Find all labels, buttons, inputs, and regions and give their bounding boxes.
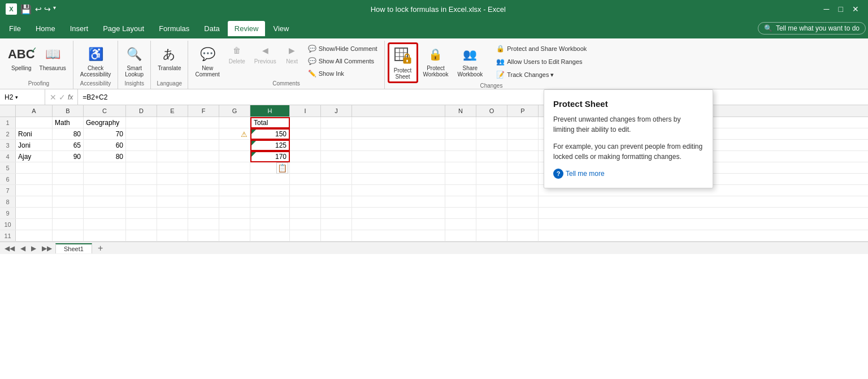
menu-data[interactable]: Data: [197, 21, 226, 36]
cell-d1[interactable]: [126, 117, 157, 128]
row-num-1[interactable]: 1: [0, 117, 16, 128]
cell-p2[interactable]: [507, 128, 539, 140]
cell-n3[interactable]: [445, 140, 476, 151]
cell-b3[interactable]: 65: [53, 140, 84, 151]
cell-i2[interactable]: [290, 128, 321, 140]
cell-e6[interactable]: [157, 174, 188, 185]
row-num-3[interactable]: 3: [0, 140, 16, 150]
show-all-comments-button[interactable]: 💬 Show All Comments: [305, 55, 381, 67]
cell-h1[interactable]: Total: [250, 117, 290, 128]
cell-i4[interactable]: [290, 151, 321, 162]
cell-o1[interactable]: [476, 117, 507, 128]
cell-e1[interactable]: [157, 117, 188, 128]
cell-i1[interactable]: [290, 117, 321, 128]
col-header-c[interactable]: C: [84, 105, 126, 117]
menu-file[interactable]: File: [2, 21, 28, 36]
col-header-g[interactable]: G: [219, 105, 250, 117]
cell-d4[interactable]: [126, 151, 157, 162]
translate-button[interactable]: あ Translate: [154, 43, 184, 74]
row-num-6[interactable]: 6: [0, 174, 16, 184]
cell-o4[interactable]: [476, 151, 507, 162]
tab-nav-left[interactable]: ◀◀: [2, 244, 17, 252]
cell-i5[interactable]: [290, 162, 321, 174]
cell-g5[interactable]: [219, 162, 250, 174]
protect-workbook-button[interactable]: 🔒 Protect Workbook: [420, 43, 452, 80]
col-header-i[interactable]: I: [290, 105, 321, 117]
cell-p4[interactable]: [507, 151, 539, 162]
cell-j5[interactable]: [321, 162, 352, 174]
allow-users-button[interactable]: 👥 Allow Users to Edit Ranges: [493, 56, 590, 67]
cell-a1[interactable]: [16, 117, 53, 128]
cell-f6[interactable]: [188, 174, 219, 185]
close-button[interactable]: ✕: [849, 5, 862, 14]
cell-p3[interactable]: [507, 140, 539, 151]
cell-b5[interactable]: [53, 162, 84, 174]
cell-j3[interactable]: [321, 140, 352, 151]
cell-j6[interactable]: [321, 174, 352, 185]
cell-b6[interactable]: [53, 174, 84, 185]
col-header-n[interactable]: N: [445, 105, 476, 117]
cell-mid-3[interactable]: [352, 140, 445, 151]
cell-a6[interactable]: [16, 174, 53, 185]
tab-nav-prev[interactable]: ◀: [18, 244, 28, 252]
cell-h2[interactable]: 150: [250, 128, 290, 140]
name-box-chevron[interactable]: ▾: [15, 94, 18, 100]
cell-mid-1[interactable]: [352, 117, 445, 128]
track-changes-button[interactable]: 📝 Track Changes ▾: [493, 69, 590, 80]
col-header-j[interactable]: J: [321, 105, 352, 117]
cell-mid-5[interactable]: [352, 162, 445, 174]
undo-icon[interactable]: ↩: [35, 5, 42, 14]
cell-f4[interactable]: [188, 151, 219, 162]
cell-i3[interactable]: [290, 140, 321, 151]
cell-h5[interactable]: 📋: [250, 162, 290, 174]
share-workbook-button[interactable]: 👥 Share Workbook: [454, 43, 486, 80]
cell-i6[interactable]: [290, 174, 321, 185]
cell-h6[interactable]: [250, 174, 290, 185]
menu-formulas[interactable]: Formulas: [152, 21, 196, 36]
cell-d2[interactable]: [126, 128, 157, 140]
cell-h4[interactable]: 170: [250, 151, 290, 162]
insert-function-button[interactable]: fx: [68, 93, 73, 101]
cell-n1[interactable]: [445, 117, 476, 128]
add-sheet-button[interactable]: +: [96, 243, 105, 253]
next-comment-button[interactable]: ▶ Next: [282, 43, 302, 66]
cell-f5[interactable]: [188, 162, 219, 174]
row-num-11[interactable]: 11: [0, 230, 16, 241]
cell-d6[interactable]: [126, 174, 157, 185]
cell-c2[interactable]: 70: [84, 128, 126, 140]
cell-e2[interactable]: [157, 128, 188, 140]
cell-j1[interactable]: [321, 117, 352, 128]
col-header-b[interactable]: B: [53, 105, 84, 117]
cell-b2[interactable]: 80: [53, 128, 84, 140]
cell-g2[interactable]: ⚠: [219, 128, 250, 140]
cell-g3[interactable]: [219, 140, 250, 151]
col-header-f[interactable]: F: [188, 105, 219, 117]
formula-input[interactable]: =B2+C2: [78, 93, 868, 101]
redo-icon[interactable]: ↪: [44, 5, 51, 14]
thesaurus-button[interactable]: 📖 Thesaurus: [36, 43, 70, 74]
cell-f1[interactable]: [188, 117, 219, 128]
menu-home[interactable]: Home: [29, 21, 62, 36]
cell-b4[interactable]: 90: [53, 151, 84, 162]
check-accessibility-button[interactable]: ♿ Check Accessibility: [77, 43, 114, 80]
row-num-2[interactable]: 2: [0, 128, 16, 139]
cell-a3[interactable]: Joni: [16, 140, 53, 151]
row-num-10[interactable]: 10: [0, 219, 16, 230]
col-header-h[interactable]: H: [250, 105, 290, 117]
show-hide-comment-button[interactable]: 💬 Show/Hide Comment: [305, 43, 381, 54]
row-num-4[interactable]: 4: [0, 151, 16, 162]
cell-e3[interactable]: [157, 140, 188, 151]
cell-n2[interactable]: [445, 128, 476, 140]
menu-page-layout[interactable]: Page Layout: [96, 21, 151, 36]
cell-p5[interactable]: [507, 162, 539, 174]
cell-h3[interactable]: 125: [250, 140, 290, 151]
tab-nav-next[interactable]: ▶: [29, 244, 38, 252]
col-header-p[interactable]: P: [507, 105, 539, 117]
col-header-a[interactable]: A: [16, 105, 53, 117]
cell-c4[interactable]: 80: [84, 151, 126, 162]
tell-me-more-link[interactable]: ? Tell me more: [553, 169, 704, 179]
cell-mid-2[interactable]: [352, 128, 445, 140]
cell-o2[interactable]: [476, 128, 507, 140]
delete-comment-button[interactable]: 🗑 Delete: [225, 43, 249, 66]
previous-comment-button[interactable]: ◀ Previous: [251, 43, 280, 66]
